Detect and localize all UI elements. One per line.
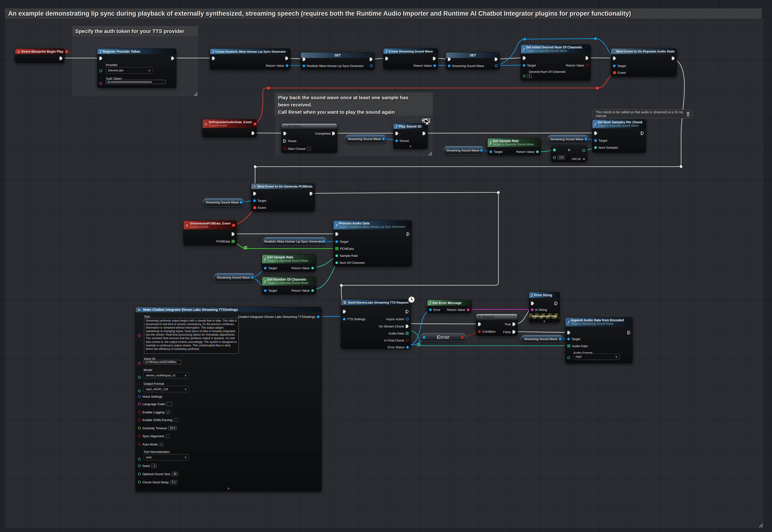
variable-pill-streaming-sound-wave[interactable]: Streaming Sound Wave <box>521 335 563 343</box>
object-pin[interactable] <box>323 240 325 243</box>
exec-out-pin[interactable] <box>251 132 254 135</box>
variable-pill-lipsync-generator[interactable]: Realistic Meta Human Lip Sync Generator <box>263 237 327 246</box>
optimal-chunk-input[interactable]: 40 <box>172 472 178 476</box>
reroute-dot[interactable] <box>680 165 683 168</box>
divide-b-input[interactable]: 100 <box>558 155 565 160</box>
object-pin[interactable] <box>523 64 525 67</box>
exec-out-pin[interactable] <box>232 232 235 236</box>
node-set-initial-desired-num-channels[interactable]: ƒSet Initial Desired Num Of ChannelsTarg… <box>521 44 591 81</box>
object-pin[interactable] <box>423 336 425 339</box>
object-pin[interactable] <box>370 64 372 67</box>
exec-out-pin[interactable] <box>310 192 313 195</box>
node-process-audio-data[interactable]: ƒProcess Audio DataTarget is Realistic M… <box>333 220 412 266</box>
float-pin[interactable] <box>582 149 585 152</box>
chevron-down-icon[interactable]: ∨ <box>410 144 412 148</box>
exec-out-pin[interactable] <box>495 58 498 61</box>
object-pin[interactable] <box>567 338 570 340</box>
array-pin[interactable] <box>406 332 409 335</box>
output-format-dropdown[interactable]: mp3_44100_128∨ <box>144 386 189 392</box>
object-pin[interactable] <box>251 276 254 279</box>
exec-in-pin[interactable] <box>283 139 286 143</box>
reroute-dot[interactable] <box>254 165 256 168</box>
node-on-generate-pcmdata-event[interactable]: ◇OnGeneratePCMData_EventCustom Event PCM… <box>183 220 237 245</box>
exec-in-pin[interactable] <box>212 57 215 60</box>
exec-out-pin[interactable] <box>586 56 589 60</box>
string-pin[interactable] <box>138 403 141 405</box>
node-set-num-samples-per-chunk[interactable]: ƒSet Num Samples Per ChunkTarget is Impo… <box>592 119 646 153</box>
object-pin[interactable] <box>253 199 256 202</box>
object-pin[interactable] <box>382 138 385 140</box>
language-code-input[interactable] <box>166 402 172 406</box>
reroute-square[interactable] <box>596 87 599 89</box>
exec-out-pin[interactable] <box>433 57 436 60</box>
auth-token-input[interactable]: sk-xxxxxxxxxxxxxxxxxxxxxxxxxxxxx <box>106 80 166 84</box>
audio-format-dropdown[interactable]: mp3∨ <box>573 353 620 360</box>
struct-pin[interactable] <box>138 395 141 398</box>
exec-in-pin[interactable] <box>478 323 481 326</box>
node-set-streaming-sound-wave[interactable]: SET Streaming Sound Wave <box>446 52 500 70</box>
object-pin[interactable] <box>480 149 483 152</box>
node-register-provider-token[interactable]: ƒRegister Provider Token Provider Eleven… <box>97 48 176 88</box>
variable-pill-streaming-sound-wave[interactable]: Streaming Sound Wave <box>444 146 484 154</box>
string-pin[interactable] <box>99 82 102 85</box>
object-pin[interactable] <box>406 318 409 320</box>
exec-in-pin[interactable] <box>253 192 256 195</box>
object-pin[interactable] <box>594 139 597 142</box>
node-event-begin-play[interactable]: ◇Event Blueprint Begin Play <box>15 48 65 63</box>
node-set-lipsync-generator[interactable]: SET Realistic Meta Human Lip Sync Genera… <box>300 52 375 70</box>
node-bind-event-populate-audio-state[interactable]: Bind Event to On Populate Audio State Ta… <box>611 48 677 77</box>
object-pin[interactable] <box>406 346 409 349</box>
node-divide[interactable]: ÷ 100 ⊕Add pin <box>551 146 587 162</box>
node-make-tts-settings[interactable]: Make Chatbot Integrator Eleven Labs Stre… <box>135 307 321 492</box>
bool-pin[interactable] <box>283 147 286 150</box>
exec-out-pin[interactable] <box>171 57 174 60</box>
pin-bubble-icon[interactable] <box>687 112 689 114</box>
int-pin[interactable] <box>138 473 141 475</box>
float-pin[interactable] <box>594 146 597 149</box>
exec-out-pin[interactable] <box>641 132 644 135</box>
exec-in-pin[interactable] <box>283 132 286 135</box>
bool-pin[interactable] <box>478 330 481 333</box>
float-pin[interactable] <box>335 254 338 257</box>
float-pin[interactable] <box>138 481 141 484</box>
int-pin[interactable] <box>138 464 141 467</box>
auto-mode-checkbox[interactable]: ✓ <box>159 442 163 446</box>
exec-in-pin[interactable] <box>335 232 338 236</box>
node-create-lipsync-generator[interactable]: ƒCreate Realistic Meta Human Lip Sync Ge… <box>210 48 290 70</box>
object-pin[interactable] <box>302 65 305 67</box>
bool-pin[interactable] <box>138 435 141 437</box>
add-pin-row[interactable]: ⊕Add pin <box>572 157 585 161</box>
exec-in-pin[interactable] <box>531 302 534 305</box>
enum-pin[interactable] <box>567 356 570 359</box>
exec-in-pin[interactable] <box>523 56 526 60</box>
float-pin[interactable] <box>536 150 539 153</box>
exec-out-pin[interactable] <box>406 325 409 328</box>
float-pin[interactable] <box>138 427 141 429</box>
exec-out-pin[interactable] <box>332 132 335 135</box>
variable-pill-streaming-sound-wave[interactable]: Streaming Sound Wave <box>547 135 589 143</box>
node-get-sample-rate-2[interactable]: ƒGet Sample RateTarget is Imported Sound… <box>262 254 316 272</box>
inactivity-input[interactable]: 20.0 <box>168 426 177 430</box>
bool-pin[interactable] <box>138 411 141 414</box>
node-do-once[interactable]: ➜Do Once Completed Reset Start Closed <box>281 123 337 153</box>
delegate-pin[interactable] <box>232 224 235 227</box>
exec-out-pin[interactable] <box>513 330 516 334</box>
node-play-sound-2d[interactable]: ƒPlay Sound 2D Sound ∨ <box>393 123 428 149</box>
chevron-up-icon[interactable]: ∧ <box>227 487 230 490</box>
exec-in-pin[interactable] <box>613 57 616 60</box>
object-pin[interactable] <box>264 267 266 269</box>
node-comment-bubble[interactable]: This needs to be called so that audio is… <box>593 110 692 118</box>
node-get-sample-rate-1[interactable]: ƒGet Sample RateTarget is Imported Sound… <box>488 138 541 155</box>
node-branch[interactable]: ⋔Branch True Condition False <box>476 314 518 336</box>
reroute-dots[interactable] <box>254 165 683 287</box>
model-dropdown[interactable]: eleven_multilingual_v2∨ <box>144 372 189 378</box>
enable-logging-checkbox[interactable]: ✓ <box>166 410 170 414</box>
blueprint-graph[interactable]: An example demonstrating lip sync during… <box>0 0 772 532</box>
node-append-audio-data-from-encoded[interactable]: ƒAppend Audio Data from EncodedTarget is… <box>565 317 633 363</box>
node-get-number-of-channels[interactable]: ƒGet Number Of ChannelsTarget is Importe… <box>262 277 316 294</box>
exec-in-pin[interactable] <box>567 331 570 334</box>
array-pin[interactable] <box>232 240 235 243</box>
exec-out-pin[interactable] <box>423 132 426 135</box>
node-create-streaming-sound-wave[interactable]: ƒCreate Streaming Sound Wave Return Valu… <box>383 48 438 70</box>
reroute-dot[interactable] <box>497 191 500 194</box>
